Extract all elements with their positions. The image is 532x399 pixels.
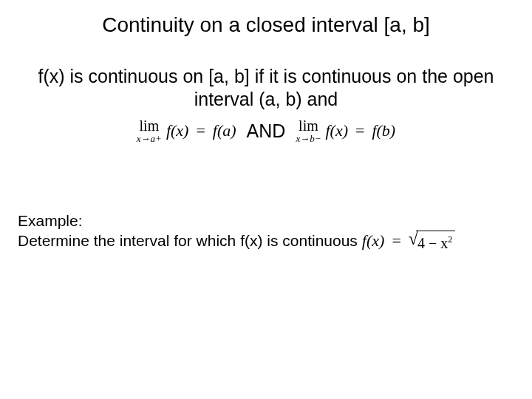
lim-right-sub: x→b− (296, 134, 321, 143)
limit-left-lhs: f(x) (166, 121, 189, 140)
limit-right-expression: lim x→b− f(x) = f(b) (296, 118, 395, 143)
radicand-exp: 2 (448, 234, 452, 245)
lim-left-sub: x→a+ (137, 134, 162, 143)
equals-sign: = (193, 121, 208, 140)
lim-text: lim (140, 118, 160, 133)
limit-right-rhs: f(b) (372, 121, 395, 140)
limit-left-rhs: f(a) (213, 121, 236, 140)
equals-sign: = (389, 231, 403, 251)
limit-left-symbol: lim x→a+ (137, 118, 162, 143)
lim-text: lim (299, 118, 318, 133)
slide: Continuity on a closed interval [a, b] f… (0, 0, 532, 399)
example-function: f(x) = √ 4 − x2 (362, 231, 455, 251)
sqrt-expression: √ 4 − x2 (409, 231, 455, 251)
example-label: Example: (18, 211, 514, 231)
limit-left-expression: lim x→a+ f(x) = f(a) (137, 118, 236, 143)
radicand-pre: 4 − x (417, 235, 448, 251)
definition-text: f(x) is continuous on [a, b] if it is co… (15, 65, 517, 112)
limit-right-symbol: lim x→b− (296, 118, 321, 143)
example-func-lhs: f(x) (362, 231, 385, 251)
and-label: AND (247, 120, 286, 142)
example-block: Example: Determine the interval for whic… (18, 211, 514, 251)
radical-icon: √ (409, 231, 418, 252)
slide-title: Continuity on a closed interval [a, b] (0, 13, 532, 37)
limit-right-lhs: f(x) (325, 121, 348, 140)
example-prompt: Determine the interval for which f(x) is… (18, 231, 358, 250)
radicand: 4 − x2 (416, 231, 455, 251)
limit-row: lim x→a+ f(x) = f(a) AND lim x→b− f(x) =… (0, 118, 532, 143)
example-prompt-row: Determine the interval for which f(x) is… (18, 231, 514, 251)
equals-sign: = (352, 121, 367, 140)
